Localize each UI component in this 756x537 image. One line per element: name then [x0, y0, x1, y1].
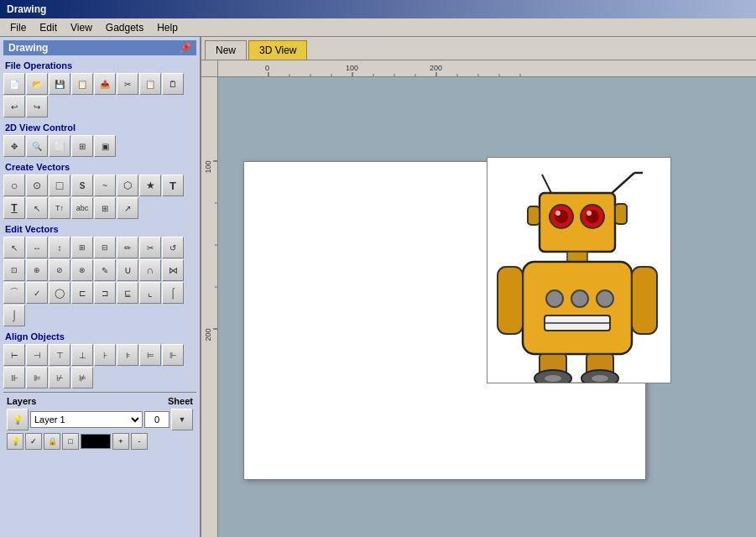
right-area: New 3D View 0 100 200: [201, 37, 756, 537]
arc-btn[interactable]: ⌒: [3, 282, 25, 304]
ungroup-btn[interactable]: ⊟: [94, 237, 116, 258]
sheet-number-input[interactable]: [144, 411, 169, 428]
layer-del-icon[interactable]: -: [131, 433, 148, 450]
align-center-v-btn[interactable]: ⊦: [94, 344, 116, 366]
center-btn[interactable]: ⊕: [26, 259, 48, 281]
layers-bar: Layers Sheet 💡 Layer 1 ▼ 💡 ✓ 🔒 □ + -: [3, 392, 196, 453]
offset-btn[interactable]: ◯: [49, 282, 70, 304]
menu-view[interactable]: View: [64, 20, 99, 35]
layer-page-icon[interactable]: □: [62, 433, 79, 450]
prop-btn[interactable]: 🗒: [162, 73, 184, 95]
save-file-btn[interactable]: 💾: [49, 73, 70, 95]
svg-point-49: [592, 375, 608, 382]
open-file-btn[interactable]: 📂: [26, 73, 48, 95]
bracket-l-btn[interactable]: ⊏: [71, 282, 93, 304]
resize-btn[interactable]: ↕: [49, 237, 70, 258]
layer-check-icon[interactable]: ✓: [25, 433, 42, 450]
section-edit-vectors: Edit Vectors: [5, 224, 196, 234]
section-2d-view: 2D View Control: [5, 123, 196, 133]
text-block-btn[interactable]: abc: [71, 197, 93, 219]
menu-help[interactable]: Help: [150, 20, 185, 35]
trim-btn[interactable]: ⊗: [71, 259, 93, 281]
space-v-btn[interactable]: ⊫: [26, 367, 48, 388]
layers-title: Layers: [7, 396, 36, 406]
svg-point-38: [571, 290, 588, 307]
layers-header: Layers Sheet: [7, 396, 193, 406]
freehand-btn[interactable]: ✎: [94, 259, 116, 281]
canvas-content: [218, 77, 756, 537]
title-bar: Drawing: [0, 0, 756, 18]
rect-btn[interactable]: □: [49, 175, 70, 196]
layer-add-icon[interactable]: +: [112, 433, 129, 450]
export-btn[interactable]: 📤: [94, 73, 116, 95]
new-file-btn[interactable]: 📄: [3, 73, 25, 95]
align-left-btn[interactable]: ⊢: [3, 344, 25, 366]
layer-bulb-icon[interactable]: 💡: [7, 433, 23, 450]
svg-rect-42: [498, 267, 523, 334]
cut-btn[interactable]: ✂: [117, 73, 138, 95]
left-panel: Drawing 📌 File Operations 📄 📂 💾 📋 📤 ✂ 📋 …: [0, 37, 201, 537]
layer-lock-icon[interactable]: 🔒: [44, 433, 60, 450]
circle-btn[interactable]: ○: [3, 175, 25, 196]
paste-btn[interactable]: 📋: [139, 73, 161, 95]
menu-edit[interactable]: Edit: [33, 20, 64, 35]
intersect-btn[interactable]: ∩: [139, 259, 161, 281]
polygon-btn[interactable]: ⬡: [117, 175, 138, 196]
sub-l-btn[interactable]: ⊑: [117, 282, 138, 304]
curve-l-btn[interactable]: ⌠: [162, 282, 184, 304]
ellipse-btn[interactable]: ⊙: [26, 175, 48, 196]
text-btn[interactable]: T: [162, 175, 184, 196]
center-page-h-btn[interactable]: ⊬: [49, 367, 70, 388]
undo-btn[interactable]: ↩: [3, 96, 25, 117]
sheet-down-btn[interactable]: ▼: [171, 409, 193, 430]
align-top-btn[interactable]: ⊥: [71, 344, 93, 366]
corner-btn[interactable]: ⌞: [139, 282, 161, 304]
svg-rect-33: [528, 206, 540, 225]
svg-point-47: [545, 375, 561, 382]
move-tool-btn[interactable]: ↔: [26, 237, 48, 258]
join-btn[interactable]: ⋈: [162, 259, 184, 281]
menu-file[interactable]: File: [3, 20, 33, 35]
dist-v-btn[interactable]: ⊩: [162, 344, 184, 366]
scissors-btn[interactable]: ✂: [139, 237, 161, 258]
dist-h-btn[interactable]: ⊨: [139, 344, 161, 366]
wave-btn[interactable]: ~: [94, 175, 116, 196]
canvas-area[interactable]: 0 100 200: [201, 60, 756, 537]
star-btn[interactable]: ★: [139, 175, 161, 196]
spline-btn[interactable]: S: [71, 175, 93, 196]
text-arc-btn[interactable]: T↑: [49, 197, 70, 219]
bracket-r-btn[interactable]: ⊐: [94, 282, 116, 304]
select-tool-btn[interactable]: ↖: [3, 237, 25, 258]
union-btn[interactable]: ∪: [117, 259, 138, 281]
check-btn[interactable]: ✓: [26, 282, 48, 304]
zoom-box-btn[interactable]: ⬜: [49, 135, 70, 157]
flip-btn[interactable]: ⊘: [49, 259, 70, 281]
scale-btn[interactable]: ⊡: [3, 259, 25, 281]
align-trim-btn[interactable]: ⊤: [49, 344, 70, 366]
pan-btn[interactable]: ✥: [3, 135, 25, 157]
space-h-btn[interactable]: ⊪: [3, 367, 25, 388]
rotate-btn[interactable]: ↺: [162, 237, 184, 258]
align-center-h-btn[interactable]: ⊣: [26, 344, 48, 366]
copy-btn[interactable]: 📋: [71, 73, 93, 95]
redo-btn[interactable]: ↪: [26, 96, 48, 117]
text-bold-btn[interactable]: T: [3, 197, 25, 219]
grid-btn[interactable]: ⊞: [94, 197, 116, 219]
view-all-btn[interactable]: ▣: [94, 135, 116, 157]
curve-r-btn[interactable]: ⌡: [3, 305, 25, 326]
group-btn[interactable]: ⊞: [71, 237, 93, 258]
layer-select[interactable]: Layer 1: [30, 411, 143, 428]
panel-pin[interactable]: 📌: [179, 42, 191, 54]
tab-3d-view[interactable]: 3D View: [248, 40, 307, 60]
zoom-select-btn[interactable]: ⊞: [71, 135, 93, 157]
edit-node-btn[interactable]: ✏: [117, 237, 138, 258]
arrow-btn[interactable]: ↗: [117, 197, 138, 219]
layer-color-swatch[interactable]: [81, 434, 111, 449]
zoom-btn[interactable]: 🔍: [26, 135, 48, 157]
tab-new[interactable]: New: [205, 40, 247, 60]
align-bottom-btn[interactable]: ⊧: [117, 344, 138, 366]
menu-gadgets[interactable]: Gadgets: [99, 20, 150, 35]
select2-btn[interactable]: ↖: [26, 197, 48, 219]
center-page-v-btn[interactable]: ⊭: [71, 367, 93, 388]
ruler-top: 0 100 200: [218, 60, 756, 77]
